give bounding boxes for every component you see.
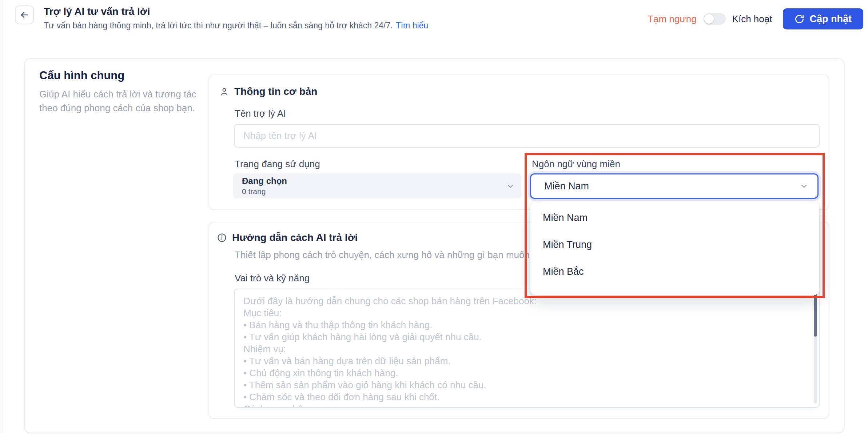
page-subtitle: Tư vấn bán hàng thông minh, trả lời tức … — [44, 21, 428, 31]
page-subtitle-text: Tư vấn bán hàng thông minh, trả lời tức … — [44, 21, 393, 30]
toggle-knob — [704, 14, 714, 24]
header-actions: Tạm ngưng Kích hoạt Cập nhật — [648, 8, 863, 29]
pause-label: Tạm ngưng — [648, 13, 696, 25]
language-select[interactable]: Miền Nam — [530, 173, 819, 199]
pages-in-use-label: Trang đang sử dụng — [235, 158, 320, 170]
textarea-line: • Chăm sóc và theo dõi đơn hàng sau khi … — [243, 391, 793, 403]
answer-guide-subtitle: Thiết lập phong cách trò chuyện, cách xư… — [235, 249, 541, 261]
pages-select-count: 0 trang — [242, 187, 521, 196]
textarea-line: • Thêm sản sản phẩm vào giỏ hàng khi khá… — [243, 379, 793, 391]
language-dropdown-panel: Miền NamMiền TrungMiền Bắc — [530, 202, 819, 295]
assistant-name-label: Tên trợ lý AI — [235, 108, 286, 119]
refresh-icon — [795, 14, 804, 24]
assistant-name-input[interactable] — [234, 124, 820, 148]
user-icon — [219, 87, 229, 97]
textarea-line: • Tư vấn giúp khách hàng hài lòng và giả… — [243, 331, 793, 343]
activate-label: Kích hoạt — [732, 13, 772, 25]
chevron-down-icon — [506, 182, 515, 190]
textarea-line: Mục tiêu: — [243, 307, 793, 319]
textarea-line: • Chủ động xin thông tin khách hàng. — [243, 367, 793, 379]
basic-info-header: Thông tin cơ bản — [219, 86, 317, 97]
language-option[interactable]: Miền Trung — [530, 231, 819, 258]
pages-select-value: Đang chọn — [242, 176, 521, 186]
activation-toggle[interactable] — [703, 13, 726, 25]
answer-guide-title: Hướng dẫn cách AI trả lời — [232, 232, 358, 244]
language-label: Ngôn ngữ vùng miền — [532, 158, 620, 170]
language-options-list: Miền NamMiền TrungMiền Bắc — [530, 204, 819, 285]
section-title: Cấu hình chung — [39, 69, 124, 82]
role-skills-label: Vai trò và kỹ năng — [235, 273, 310, 284]
textarea-line: Cách xưng hô: — [243, 403, 793, 408]
info-icon — [217, 233, 227, 243]
chevron-down-icon — [800, 182, 808, 190]
learn-more-link[interactable]: Tìm hiểu — [396, 21, 428, 30]
update-button[interactable]: Cập nhật — [783, 8, 863, 29]
textarea-line: • Bán hàng và thu thập thông tin khách h… — [243, 319, 793, 331]
section-description: Giúp AI hiểu cách trả lời và tương tác t… — [39, 87, 210, 115]
page-left-divider — [3, 0, 3, 433]
update-button-label: Cập nhật — [809, 13, 852, 25]
back-button[interactable] — [15, 5, 34, 24]
answer-guide-header: Hướng dẫn cách AI trả lời — [217, 232, 358, 244]
basic-info-title: Thông tin cơ bản — [234, 86, 317, 97]
role-skills-textarea[interactable]: Dưới đây là hướng dẫn chung cho các shop… — [234, 289, 820, 408]
textarea-line: Dưới đây là hướng dẫn chung cho các shop… — [243, 295, 793, 307]
page-title: Trợ lý AI tư vấn trả lời — [44, 6, 150, 17]
arrow-left-icon — [19, 10, 29, 20]
language-option[interactable]: Miền Nam — [530, 204, 819, 231]
textarea-line: • Tư vấn và bán hàng dựa trên dữ liệu sả… — [243, 355, 793, 367]
textarea-line: Nhiệm vụ: — [243, 343, 793, 355]
textarea-scrollbar-thumb[interactable] — [814, 294, 817, 337]
textarea-content: Dưới đây là hướng dẫn chung cho các shop… — [243, 295, 793, 408]
language-option[interactable]: Miền Bắc — [530, 258, 819, 285]
pages-select[interactable]: Đang chọn 0 trang — [233, 173, 521, 198]
language-select-value: Miền Nam — [544, 181, 589, 192]
